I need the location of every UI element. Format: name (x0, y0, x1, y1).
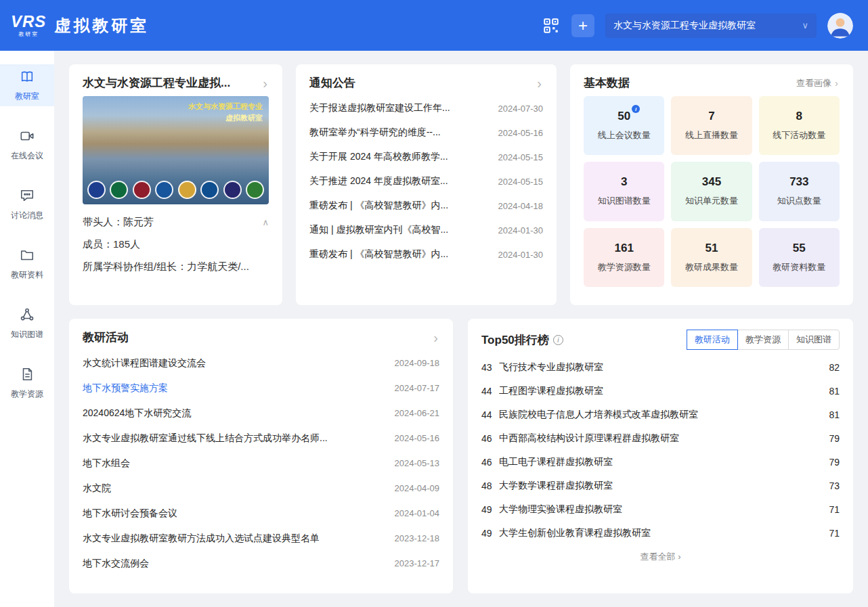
notice-date: 2024-04-18 (498, 201, 544, 211)
app-logo[interactable]: VRS 教研室 (11, 14, 46, 37)
group-row: 所属学科协作组/组长： 力学航天类/... (83, 256, 269, 278)
stat-tile: 51 教研成果数量 (671, 228, 752, 287)
stat-value: 7 (708, 110, 714, 123)
activity-date: 2024-09-18 (395, 358, 440, 368)
banner-title-line1: 水文与水资源工程专业 (188, 101, 263, 112)
notices-card: 通知公告 › 关于报送虚拟教研室建设工作年... 2024-07-30 教研室举… (296, 64, 557, 305)
ranking-row[interactable]: 49 大学生创新创业教育课程虚拟教研室 71 (481, 521, 840, 545)
activity-item[interactable]: 地下水研讨会预备会议 2024-01-04 (83, 501, 439, 526)
notice-item[interactable]: 教研室举办“科学研究的维度--... 2024-05-16 (309, 120, 543, 145)
group-value: 力学航天类/... (187, 261, 249, 273)
ranking-tab[interactable]: 教学资源 (737, 330, 789, 350)
ranking-rank: 46 (481, 433, 499, 444)
activity-title: 20240624地下水研究交流 (83, 407, 385, 420)
notice-item[interactable]: 关于推进 2024 年度虚拟教研室... 2024-05-15 (309, 169, 543, 194)
ranking-tabs: 教研活动教学资源知识图谱 (687, 330, 840, 350)
notice-date: 2024-05-15 (498, 152, 544, 162)
ranking-tab[interactable]: 教研活动 (687, 330, 738, 350)
stats-title: 基本数据 (584, 75, 630, 91)
ranking-score: 71 (829, 528, 840, 539)
stat-value: 3 (621, 175, 627, 189)
info-icon[interactable]: i (632, 105, 640, 113)
chevron-right-icon[interactable]: › (536, 76, 543, 90)
ranking-rank: 46 (481, 457, 499, 468)
ranking-name: 电工电子课程群虚拟教研室 (499, 456, 819, 468)
add-button[interactable]: + (571, 14, 594, 37)
stat-label: 知识图谱数量 (598, 195, 651, 207)
stat-value: 8 (796, 110, 802, 123)
sidebar-item-materials[interactable]: 教研资料 (0, 243, 54, 285)
notice-title: 重磅发布 | 《高校智慧教研》内... (309, 248, 489, 261)
ranking-score: 71 (829, 504, 840, 515)
ranking-tab[interactable]: 知识图谱 (788, 330, 840, 350)
members-label: 成员： (83, 238, 113, 251)
activity-date: 2024-01-04 (395, 508, 440, 518)
stat-value: 51 (706, 242, 718, 255)
notice-date: 2024-05-16 (498, 128, 544, 138)
group-label: 所属学科协作组/组长： (83, 261, 187, 273)
view-profile-link[interactable]: 查看画像 › (796, 77, 840, 89)
sidebar-item-teaching-resources[interactable]: 教学资源 (0, 362, 54, 404)
activity-item[interactable]: 地下水预警实施方案 2024-07-17 (83, 376, 439, 401)
notice-item[interactable]: 关于报送虚拟教研室建设工作年... 2024-07-30 (309, 96, 543, 120)
notice-title: 重磅发布 | 《高校智慧教研》内... (309, 200, 489, 212)
stat-tile: 50i 线上会议数量 (584, 96, 664, 155)
notice-item[interactable]: 通知 | 虚拟教研室内刊《高校智... 2024-01-30 (309, 218, 543, 242)
workspace-select-value: 水文与水资源工程专业虚拟教研室 (613, 20, 796, 32)
stat-label: 教学资源数量 (598, 261, 651, 273)
graph-icon (20, 307, 35, 324)
top-header: VRS 教研室 虚拟教研室 (0, 0, 868, 51)
activity-date: 2024-05-16 (395, 433, 440, 443)
stat-label: 知识点数量 (777, 195, 821, 207)
ranking-row[interactable]: 48 大学数学课程群虚拟教研室 73 (481, 474, 840, 497)
app-title: 虚拟教研室 (54, 15, 149, 37)
activities-title: 教研活动 (83, 330, 129, 345)
activity-item[interactable]: 水文统计课程图谱建设交流会 2024-09-18 (83, 351, 439, 376)
stats-card: 基本数据 查看画像 › 50i 线上会议数量 7 (570, 64, 853, 305)
ranking-name: 工程图学课程虚拟教研室 (499, 385, 819, 397)
notice-item[interactable]: 重磅发布 | 《高校智慧教研》内... 2024-01-30 (309, 242, 543, 267)
activity-item[interactable]: 水文院 2024-04-09 (83, 476, 439, 501)
chevron-right-icon[interactable]: › (432, 331, 439, 344)
stat-label: 教研成果数量 (685, 261, 738, 273)
ranking-score: 79 (829, 457, 840, 468)
activity-item[interactable]: 水文专业虚拟教研室教研方法成功入选试点建设典型名单 2023-12-18 (83, 526, 439, 551)
university-logo-icon (110, 181, 128, 199)
ranking-score: 82 (829, 362, 840, 373)
chevron-right-icon: › (833, 78, 840, 88)
user-avatar[interactable] (827, 13, 853, 39)
notice-item[interactable]: 重磅发布 | 《高校智慧教研》内... 2024-04-18 (309, 194, 543, 218)
workspace-select[interactable]: 水文与水资源工程专业虚拟教研室 ∨ (605, 14, 817, 38)
sidebar-item-label: 在线会议 (11, 150, 43, 162)
ranking-rank: 43 (481, 362, 499, 373)
stat-value: 161 (614, 242, 633, 255)
activity-item[interactable]: 地下水组会 2024-05-13 (83, 451, 439, 476)
sidebar-item-label: 讨论消息 (11, 210, 43, 221)
sidebar-item-online-meeting[interactable]: 在线会议 (0, 124, 54, 166)
activity-item[interactable]: 地下水交流例会 2023-12-17 (83, 551, 439, 576)
activity-item[interactable]: 20240624地下水研究交流 2024-06-21 (83, 401, 439, 426)
ranking-row[interactable]: 46 中西部高校结构设计原理课程群虚拟教研室 79 (481, 426, 840, 450)
sidebar-item-label: 教研室 (15, 91, 39, 102)
ranking-row[interactable]: 46 电工电子课程群虚拟教研室 79 (481, 450, 840, 474)
qr-scan-icon[interactable] (542, 16, 561, 35)
ranking-row[interactable]: 49 大学物理实验课程虚拟教研室 71 (481, 497, 840, 521)
ranking-row[interactable]: 44 民族院校电子信息人才培养模式改革虚拟教研室 81 (481, 403, 840, 426)
ranking-row[interactable]: 43 飞行技术专业虚拟教研室 82 (481, 355, 840, 379)
ranking-row[interactable]: 44 工程图学课程虚拟教研室 81 (481, 379, 840, 403)
sidebar-item-knowledge-graph[interactable]: 知识图谱 (0, 302, 54, 344)
collapse-up-icon[interactable]: ∧ (262, 217, 269, 227)
university-logo-icon (133, 181, 151, 199)
sidebar: 教研室 在线会议 讨论消息 教研资料 知识图谱 (0, 51, 54, 607)
ranking-title: Top50排行榜 (481, 332, 549, 348)
notice-item[interactable]: 关于开展 2024 年高校教师教学... 2024-05-15 (309, 145, 543, 169)
activities-card: 教研活动 › 水文统计课程图谱建设交流会 2024-09-18 地下水预警实施方… (69, 319, 453, 593)
room-banner-image: 水文与水资源工程专业 虚拟教研室 (83, 96, 269, 204)
sidebar-item-teaching-room[interactable]: 教研室 (0, 64, 54, 106)
sidebar-item-discussion[interactable]: 讨论消息 (0, 183, 54, 225)
view-all-link[interactable]: 查看全部 › (481, 545, 840, 563)
stat-tile: 733 知识点数量 (759, 162, 840, 221)
info-icon[interactable]: i (553, 335, 563, 345)
activity-item[interactable]: 水文专业虚拟教研室通过线下线上结合方式成功举办名师... 2024-05-16 (83, 426, 439, 451)
chevron-right-icon[interactable]: › (261, 76, 269, 90)
